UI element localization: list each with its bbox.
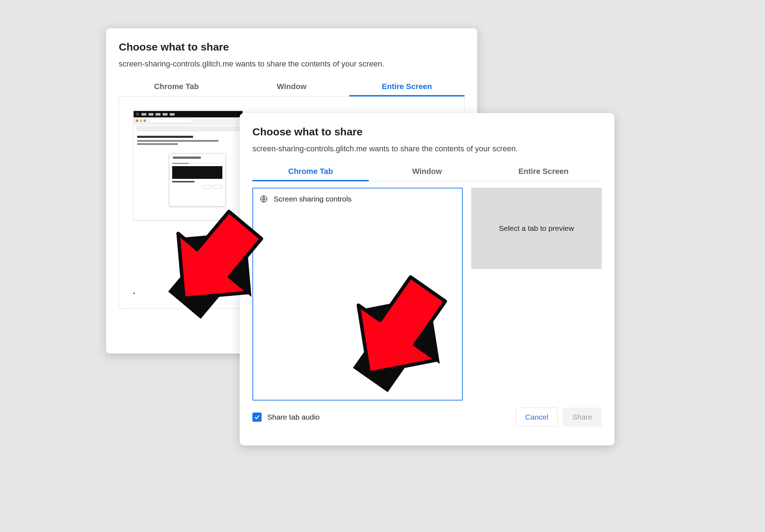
share-button[interactable]: Share <box>563 408 602 427</box>
dialog-subtitle: screen-sharing-controls.glitch.me wants … <box>119 59 465 69</box>
cancel-button[interactable]: Cancel <box>516 408 558 427</box>
tab-list[interactable]: Screen sharing controls <box>252 188 463 401</box>
share-tab-audio-checkbox[interactable]: Share tab audio <box>252 413 320 422</box>
check-icon <box>252 413 262 422</box>
dialog-subtitle: screen-sharing-controls.glitch.me wants … <box>252 144 602 153</box>
globe-icon <box>259 195 268 203</box>
tab-chrome-tab[interactable]: Chrome Tab <box>252 163 369 181</box>
share-dialog-chrome-tab: Choose what to share screen-sharing-cont… <box>240 113 614 445</box>
list-item[interactable]: Screen sharing controls <box>259 195 456 203</box>
list-item-label: Screen sharing controls <box>274 195 352 203</box>
share-tab-audio-label: Share tab audio <box>267 413 320 421</box>
tab-chrome-tab[interactable]: Chrome Tab <box>119 78 234 96</box>
dialog-title: Choose what to share <box>252 126 602 138</box>
pagination-dot <box>133 293 135 294</box>
tab-window[interactable]: Window <box>369 163 485 181</box>
share-tabs: Chrome Tab Window Entire Screen <box>252 163 602 181</box>
screen-thumbnail[interactable] <box>133 111 243 220</box>
tab-entire-screen[interactable]: Entire Screen <box>349 78 465 96</box>
dialog-title: Choose what to share <box>119 41 465 53</box>
tab-entire-screen[interactable]: Entire Screen <box>485 163 602 181</box>
share-tabs: Chrome Tab Window Entire Screen <box>119 78 465 97</box>
preview-placeholder: Select a tab to preview <box>471 188 602 269</box>
tab-window[interactable]: Window <box>234 78 349 96</box>
